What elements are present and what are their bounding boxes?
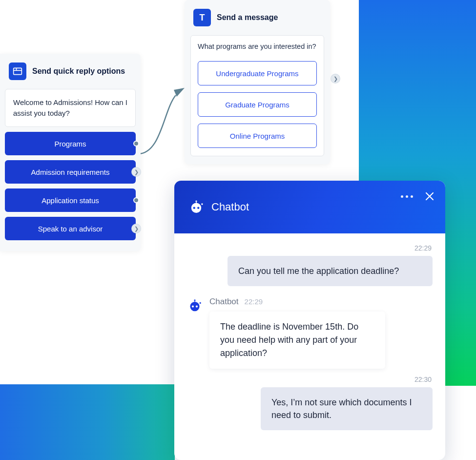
chevron-right-icon: ❯ (132, 167, 141, 176)
send-message-options-wrap: What programs are you interested in? Und… (190, 35, 324, 156)
svg-point-12 (192, 306, 194, 308)
chat-widget: Chatbot 22:29 Can you tell me the applic… (174, 181, 445, 460)
quick-reply-card: Send quick reply options Welcome to Admi… (0, 54, 141, 251)
chevron-right-icon: ❯ (331, 74, 340, 83)
svg-point-3 (191, 203, 201, 213)
option-label: Online Programs (230, 132, 285, 140)
bot-message-row: Chatbot 22:29 The deadline is November 1… (187, 297, 433, 369)
bot-name: Chatbot (209, 297, 239, 307)
user-message: Can you tell me the application deadline… (228, 256, 433, 286)
quick-reply-option-admission-requirements[interactable]: Admission requirements ❯ (5, 160, 136, 184)
user-message: Yes, I’m not sure which documents I need… (261, 387, 433, 430)
svg-point-13 (196, 306, 198, 308)
program-option-graduate[interactable]: Graduate Programs (198, 92, 317, 117)
quick-reply-icon (9, 63, 26, 80)
chat-title: Chatbot (211, 201, 249, 213)
svg-point-16 (200, 302, 201, 304)
option-label: Application status (41, 196, 99, 205)
bot-avatar-icon (187, 298, 203, 314)
more-menu-icon[interactable] (401, 195, 413, 198)
quick-reply-prompt[interactable]: Welcome to Admissions! How can I assist … (5, 89, 136, 127)
svg-rect-0 (14, 68, 22, 74)
quick-reply-option-application-status[interactable]: Application status (5, 188, 136, 212)
connector-dot-icon (133, 197, 139, 203)
quick-reply-header: Send quick reply options (0, 54, 141, 89)
option-label: Programs (54, 140, 86, 148)
quick-reply-option-programs[interactable]: Programs (5, 132, 136, 155)
connector-dot-icon (133, 141, 139, 146)
bot-icon (188, 199, 205, 215)
svg-point-8 (201, 203, 203, 205)
option-label: Undergraduate Programs (216, 69, 298, 78)
svg-point-6 (195, 200, 197, 202)
chat-body: 22:29 Can you tell me the application de… (174, 233, 445, 460)
chevron-right-icon: ❯ (132, 224, 141, 233)
quick-reply-option-speak-advisor[interactable]: Speak to an advisor ❯ (5, 217, 136, 240)
chat-header: Chatbot (174, 181, 445, 233)
program-option-undergraduate[interactable]: Undergraduate Programs (198, 61, 317, 85)
send-message-card: T Send a message What programs are you i… (185, 0, 330, 164)
message-time: 22:30 (187, 376, 432, 383)
option-label: Admission requirements (31, 168, 110, 176)
quick-reply-title: Send quick reply options (32, 67, 125, 76)
send-message-prompt[interactable]: What programs are you interested in? (198, 42, 317, 50)
svg-point-4 (193, 207, 195, 209)
send-message-header: T Send a message (185, 0, 330, 35)
program-option-online[interactable]: Online Programs (198, 124, 317, 148)
option-label: Speak to an advisor (38, 225, 103, 233)
message-time: 22:29 (187, 244, 432, 252)
close-icon[interactable] (425, 191, 435, 201)
option-label: Graduate Programs (225, 101, 290, 109)
svg-point-11 (190, 302, 199, 311)
text-icon: T (193, 9, 211, 26)
svg-point-14 (194, 299, 195, 301)
svg-point-5 (197, 207, 199, 209)
background-gradient-bottom (0, 384, 175, 460)
send-message-title: Send a message (217, 13, 278, 22)
message-time: 22:29 (245, 297, 263, 306)
bot-message: The deadline is November 15th. Do you ne… (209, 312, 385, 369)
